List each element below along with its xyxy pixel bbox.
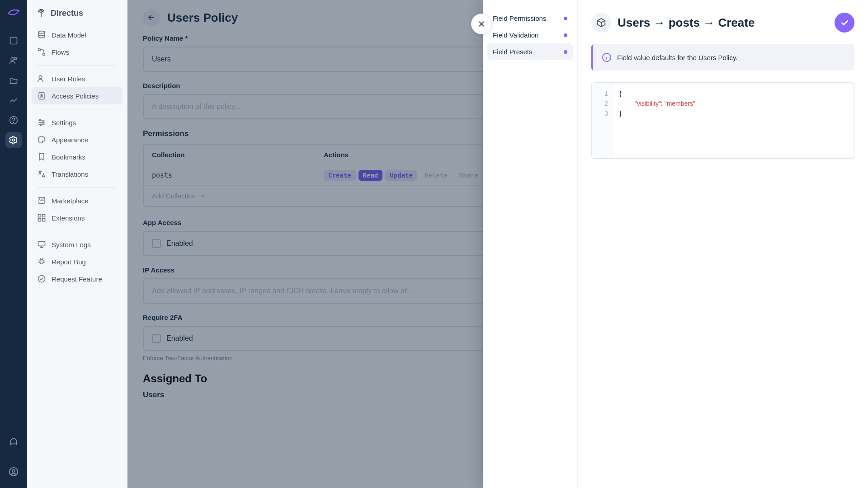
nav-translations[interactable]: Translations — [32, 165, 123, 183]
nav-request-feature[interactable]: Request Feature — [32, 270, 123, 287]
check-icon — [840, 18, 849, 28]
monitor-icon — [37, 240, 46, 249]
close-button[interactable] — [471, 14, 492, 34]
status-dot-icon — [564, 33, 567, 37]
nav-user-roles[interactable]: User Roles — [32, 70, 123, 87]
code-gutter: 123 — [592, 83, 613, 158]
svg-point-14 — [41, 94, 42, 96]
confirm-button[interactable] — [835, 13, 854, 33]
tab-field-presets[interactable]: Field Presets — [487, 43, 573, 60]
badge-icon — [37, 91, 46, 100]
svg-point-15 — [39, 119, 41, 121]
translate-icon — [37, 169, 46, 178]
svg-point-5 — [13, 139, 15, 141]
svg-rect-20 — [38, 219, 41, 221]
nav-data-model[interactable]: Data Model — [32, 26, 123, 43]
nav-marketplace[interactable]: Marketplace — [32, 192, 123, 209]
module-rail — [0, 0, 27, 488]
sliders-icon — [37, 118, 46, 127]
grid-icon — [37, 213, 46, 222]
info-icon — [602, 52, 612, 62]
settings-sidebar: Directus Data Model Flows User Roles Acc… — [27, 0, 127, 488]
store-icon — [37, 196, 46, 205]
tab-field-validation[interactable]: Field Validation — [487, 27, 573, 43]
svg-point-17 — [40, 124, 42, 125]
nav-bookmarks[interactable]: Bookmarks — [32, 148, 123, 165]
nav-settings[interactable]: Settings — [32, 114, 123, 131]
svg-point-12 — [39, 75, 42, 79]
rail-files[interactable] — [5, 72, 22, 89]
nav-access-policies[interactable]: Access Policies — [32, 87, 123, 104]
svg-point-9 — [38, 31, 44, 33]
permission-drawer: Field Permissions Field Validation Field… — [483, 0, 868, 488]
broadcast-icon — [36, 8, 46, 18]
rail-account[interactable] — [5, 464, 22, 480]
svg-point-2 — [14, 57, 17, 60]
nav-flows[interactable]: Flows — [32, 43, 123, 61]
svg-rect-21 — [42, 219, 45, 221]
logo-icon — [5, 5, 22, 22]
svg-point-8 — [41, 12, 42, 13]
nav-report-bug[interactable]: Report Bug — [32, 253, 123, 270]
rail-docs[interactable] — [5, 112, 22, 128]
rail-settings[interactable] — [5, 132, 22, 148]
nav-appearance[interactable]: Appearance — [32, 131, 123, 148]
status-dot-icon — [564, 17, 567, 20]
drawer-tabs: Field Permissions Field Validation Field… — [483, 0, 578, 488]
svg-point-10 — [38, 49, 41, 51]
rail-insights[interactable] — [5, 92, 22, 108]
svg-rect-18 — [38, 215, 41, 217]
svg-point-7 — [12, 469, 15, 472]
svg-rect-0 — [10, 38, 17, 44]
nav-system-logs[interactable]: System Logs — [32, 236, 123, 253]
check-circle-icon — [37, 274, 46, 283]
rail-notifications[interactable] — [5, 434, 22, 450]
svg-point-16 — [42, 122, 44, 123]
svg-point-1 — [11, 57, 14, 61]
bookmark-icon — [37, 152, 46, 161]
database-icon — [37, 30, 46, 39]
flow-icon — [37, 47, 46, 56]
rail-content[interactable] — [5, 33, 22, 49]
sidebar-header: Directus — [27, 8, 127, 26]
svg-rect-22 — [38, 241, 45, 246]
svg-point-4 — [14, 122, 14, 123]
info-banner: Field value defaults for the Users Polic… — [591, 44, 854, 70]
users-icon — [37, 74, 46, 83]
drawer-title: Users → posts → Create — [618, 16, 828, 30]
brand-label: Directus — [51, 9, 83, 18]
cube-icon — [591, 13, 611, 33]
palette-icon — [37, 135, 46, 144]
svg-rect-19 — [42, 215, 45, 217]
svg-point-11 — [43, 53, 45, 56]
svg-point-24 — [38, 276, 45, 282]
nav-extensions[interactable]: Extensions — [32, 209, 123, 226]
status-dot-icon — [564, 50, 567, 54]
code-editor[interactable]: 123 { "visibility": "members" } — [591, 82, 854, 159]
main-content: Users Policy Policy Name * Users Icon Ba… — [127, 0, 868, 488]
close-icon — [477, 19, 486, 28]
rail-users[interactable] — [5, 52, 22, 69]
svg-rect-23 — [40, 259, 43, 264]
bug-icon — [37, 257, 46, 266]
tab-field-permissions[interactable]: Field Permissions — [487, 10, 573, 27]
code-content: { "visibility": "members" } — [613, 83, 854, 158]
